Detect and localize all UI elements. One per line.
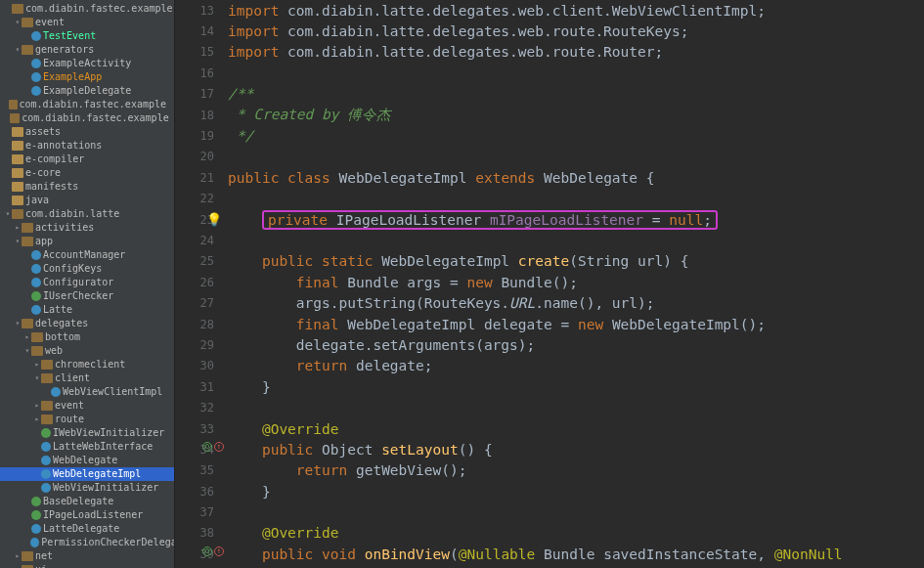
tree-item[interactable]: ▾generators <box>0 43 174 57</box>
expand-icon[interactable]: ▾ <box>33 371 41 385</box>
line-content[interactable]: final Bundle args = new Bundle(); <box>228 275 924 290</box>
expand-icon[interactable]: ▾ <box>4 207 12 221</box>
line-content[interactable]: @Override <box>228 525 924 541</box>
code-line[interactable]: 38 @Override <box>175 523 924 544</box>
tree-item[interactable]: TestEvent <box>0 29 174 43</box>
tree-item[interactable]: ExampleDelegate <box>0 84 174 98</box>
line-content[interactable]: final WebDelegateImpl delegate = new Web… <box>228 317 924 332</box>
tree-item[interactable]: ▾app <box>0 235 174 248</box>
tree-item[interactable]: ▸event <box>0 399 174 413</box>
tree-item[interactable]: ▾event <box>0 16 174 29</box>
tree-item[interactable]: assets <box>0 125 174 139</box>
tree-item[interactable]: WebViewInitializer <box>0 481 174 495</box>
expand-icon[interactable]: ▸ <box>23 330 31 344</box>
line-content[interactable]: import com.diabin.latte.delegates.web.ro… <box>228 23 924 39</box>
expand-icon[interactable]: ▾ <box>14 235 22 248</box>
line-content[interactable]: */ <box>228 128 924 144</box>
line-content[interactable]: } <box>228 379 924 395</box>
tree-item[interactable]: ▸bottom <box>0 330 174 344</box>
line-content[interactable]: public static WebDelegateImpl create(Str… <box>228 253 924 269</box>
tree-item[interactable]: WebViewClientImpl <box>0 385 174 399</box>
code-line[interactable]: 18 * Created by 傅令杰 <box>175 105 924 125</box>
tree-item[interactable]: IUserChecker <box>0 289 174 303</box>
gutter-override-icon[interactable]: o↑ <box>202 546 224 556</box>
code-line[interactable]: 37 <box>175 502 924 522</box>
code-line[interactable]: 13import com.diabin.latte.delegates.web.… <box>175 0 924 21</box>
tree-item[interactable]: BaseDelegate <box>0 495 174 508</box>
tree-item[interactable]: java <box>0 194 174 207</box>
tree-item[interactable]: ▾web <box>0 344 174 358</box>
code-line[interactable]: 28 final WebDelegateImpl delegate = new … <box>175 314 924 334</box>
code-line[interactable]: 16 <box>175 63 924 83</box>
line-content[interactable]: * Created by 傅令杰 <box>228 106 924 124</box>
code-line[interactable]: 27 args.putString(RouteKeys.URL.name(), … <box>175 292 924 313</box>
tree-item[interactable]: e-core <box>0 166 174 180</box>
tree-item[interactable]: WebDelegateImpl <box>0 467 174 481</box>
code-line[interactable]: 39o↑ public void onBindView(@Nullable Bu… <box>175 544 924 564</box>
expand-icon[interactable]: ▸ <box>14 563 22 568</box>
expand-icon[interactable]: ▾ <box>14 43 22 57</box>
line-content[interactable]: } <box>228 484 924 500</box>
tree-item[interactable]: e-compiler <box>0 153 174 166</box>
code-line[interactable]: 30 return delegate; <box>175 356 924 376</box>
expand-icon[interactable]: ▸ <box>33 399 41 413</box>
tree-item[interactable]: ▸route <box>0 413 174 426</box>
tree-item[interactable]: ExampleActivity <box>0 57 174 70</box>
line-content[interactable]: import com.diabin.latte.delegates.web.ro… <box>228 44 924 60</box>
line-content[interactable]: args.putString(RouteKeys.URL.name(), url… <box>228 295 924 311</box>
tree-item[interactable]: ▸chromeclient <box>0 358 174 371</box>
expand-icon[interactable]: ▸ <box>14 549 22 563</box>
line-content[interactable]: import com.diabin.latte.delegates.web.cl… <box>228 3 924 19</box>
tree-item[interactable]: manifests <box>0 180 174 194</box>
tree-item[interactable]: ▸net <box>0 549 174 563</box>
code-line[interactable]: 32 <box>175 397 924 417</box>
tree-item[interactable]: ▾client <box>0 371 174 385</box>
line-content[interactable]: o↑ public void onBindView(@Nullable Bund… <box>228 546 924 562</box>
expand-icon[interactable]: ▾ <box>14 16 22 29</box>
line-content[interactable]: /** <box>228 86 924 102</box>
expand-icon[interactable]: ▾ <box>23 344 31 358</box>
code-line[interactable]: 33 @Override <box>175 418 924 439</box>
code-line[interactable]: 31 } <box>175 376 924 397</box>
tree-item[interactable]: ▾com.diabin.latte <box>0 207 174 221</box>
tree-item[interactable]: com.diabin.fastec.example <box>0 2 174 16</box>
project-tree[interactable]: com.diabin.fastec.example▾eventTestEvent… <box>0 0 175 568</box>
expand-icon[interactable]: ▸ <box>14 221 22 235</box>
code-line[interactable]: 23💡 private IPageLoadListener mIPageLoad… <box>175 209 924 230</box>
code-line[interactable]: 17/** <box>175 84 924 105</box>
code-line[interactable]: 22 <box>175 189 924 209</box>
line-content[interactable]: o↑ public Object setLayout() { <box>228 442 924 458</box>
code-line[interactable]: 19 */ <box>175 125 924 146</box>
code-line[interactable]: 36 } <box>175 481 924 502</box>
tree-item[interactable]: ▸ui <box>0 563 174 568</box>
code-line[interactable]: 24 <box>175 230 924 250</box>
expand-icon[interactable]: ▸ <box>33 413 41 426</box>
tree-item[interactable]: com.diabin.fastec.example (androidTest) <box>0 98 174 111</box>
line-content[interactable]: return delegate; <box>228 358 924 373</box>
tree-item[interactable]: Latte <box>0 303 174 317</box>
tree-item[interactable]: ▸activities <box>0 221 174 235</box>
line-content[interactable]: return getWebView(); <box>228 462 924 478</box>
code-line[interactable]: 34o↑ public Object setLayout() { <box>175 439 924 459</box>
code-line[interactable]: 20 <box>175 147 924 167</box>
tree-item[interactable]: WebDelegate <box>0 454 174 467</box>
tree-item[interactable]: LatteDelegate <box>0 522 174 536</box>
code-line[interactable]: 14import com.diabin.latte.delegates.web.… <box>175 21 924 41</box>
tree-item[interactable]: com.diabin.fastec.example (test) <box>0 111 174 125</box>
tree-item[interactable]: ConfigKeys <box>0 262 174 276</box>
expand-icon[interactable]: ▾ <box>14 317 22 330</box>
tree-item[interactable]: AccountManager <box>0 248 174 262</box>
code-line[interactable]: 15import com.diabin.latte.delegates.web.… <box>175 42 924 63</box>
code-line[interactable]: 29 delegate.setArguments(args); <box>175 334 924 355</box>
line-content[interactable]: 💡 private IPageLoadListener mIPageLoadLi… <box>228 212 924 228</box>
intention-bulb-icon[interactable]: 💡 <box>206 212 222 227</box>
line-content[interactable]: delegate.setArguments(args); <box>228 337 924 353</box>
code-line[interactable]: 21public class WebDelegateImpl extends W… <box>175 167 924 188</box>
gutter-override-icon[interactable]: o↑ <box>202 442 224 452</box>
code-line[interactable]: 25 public static WebDelegateImpl create(… <box>175 251 924 272</box>
tree-item[interactable]: IWebViewInitializer <box>0 426 174 440</box>
tree-item[interactable]: Configurator <box>0 276 174 289</box>
tree-item[interactable]: e-annotations <box>0 139 174 153</box>
tree-item[interactable]: PermissionCheckerDelegate <box>0 536 174 549</box>
code-line[interactable]: 35 return getWebView(); <box>175 460 924 481</box>
